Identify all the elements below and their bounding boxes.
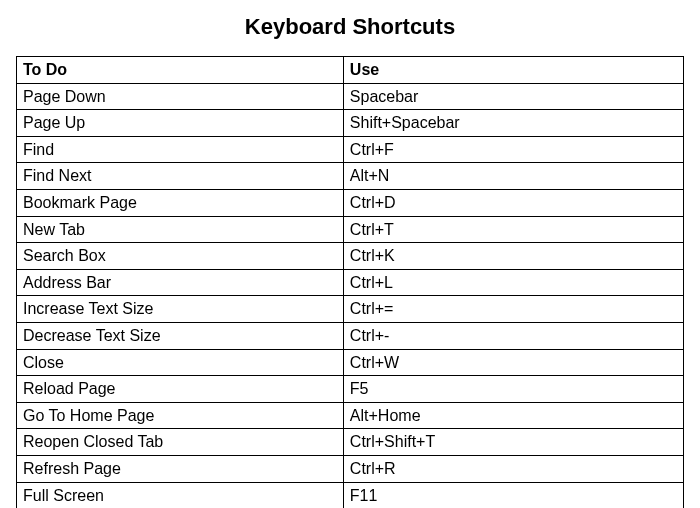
page-title: Keyboard Shortcuts <box>16 14 684 40</box>
cell-use: Ctrl+T <box>343 216 683 243</box>
cell-use: Ctrl+R <box>343 455 683 482</box>
cell-use: Ctrl+= <box>343 296 683 323</box>
table-row: Bookmark PageCtrl+D <box>17 189 684 216</box>
table-row: Go To Home PageAlt+Home <box>17 402 684 429</box>
cell-use: Ctrl+- <box>343 322 683 349</box>
table-row: Reopen Closed TabCtrl+Shift+T <box>17 429 684 456</box>
cell-action: Find <box>17 136 344 163</box>
shortcuts-table: To Do Use Page DownSpacebarPage UpShift+… <box>16 56 684 508</box>
cell-use: Ctrl+L <box>343 269 683 296</box>
cell-use: Alt+Home <box>343 402 683 429</box>
table-row: Refresh PageCtrl+R <box>17 455 684 482</box>
table-row: Find NextAlt+N <box>17 163 684 190</box>
cell-use: Ctrl+F <box>343 136 683 163</box>
cell-use: F5 <box>343 376 683 403</box>
cell-use: Ctrl+Shift+T <box>343 429 683 456</box>
cell-action: Decrease Text Size <box>17 322 344 349</box>
cell-action: Address Bar <box>17 269 344 296</box>
table-row: New TabCtrl+T <box>17 216 684 243</box>
table-row: Full ScreenF11 <box>17 482 684 508</box>
table-row: Decrease Text SizeCtrl+- <box>17 322 684 349</box>
cell-action: Reopen Closed Tab <box>17 429 344 456</box>
table-row: Increase Text SizeCtrl+= <box>17 296 684 323</box>
cell-action: Page Down <box>17 83 344 110</box>
cell-use: Ctrl+W <box>343 349 683 376</box>
cell-use: F11 <box>343 482 683 508</box>
table-row: CloseCtrl+W <box>17 349 684 376</box>
cell-action: Search Box <box>17 243 344 270</box>
table-row: Page DownSpacebar <box>17 83 684 110</box>
table-row: Address BarCtrl+L <box>17 269 684 296</box>
cell-use: Shift+Spacebar <box>343 110 683 137</box>
cell-action: Page Up <box>17 110 344 137</box>
table-row: Page UpShift+Spacebar <box>17 110 684 137</box>
cell-use: Alt+N <box>343 163 683 190</box>
cell-action: Increase Text Size <box>17 296 344 323</box>
header-use: Use <box>343 57 683 84</box>
cell-action: Find Next <box>17 163 344 190</box>
table-row: Reload PageF5 <box>17 376 684 403</box>
cell-action: Reload Page <box>17 376 344 403</box>
cell-action: Full Screen <box>17 482 344 508</box>
cell-use: Ctrl+K <box>343 243 683 270</box>
header-action: To Do <box>17 57 344 84</box>
table-row: FindCtrl+F <box>17 136 684 163</box>
cell-action: Go To Home Page <box>17 402 344 429</box>
cell-use: Ctrl+D <box>343 189 683 216</box>
table-row: Search BoxCtrl+K <box>17 243 684 270</box>
cell-action: Close <box>17 349 344 376</box>
cell-action: New Tab <box>17 216 344 243</box>
cell-use: Spacebar <box>343 83 683 110</box>
cell-action: Refresh Page <box>17 455 344 482</box>
cell-action: Bookmark Page <box>17 189 344 216</box>
